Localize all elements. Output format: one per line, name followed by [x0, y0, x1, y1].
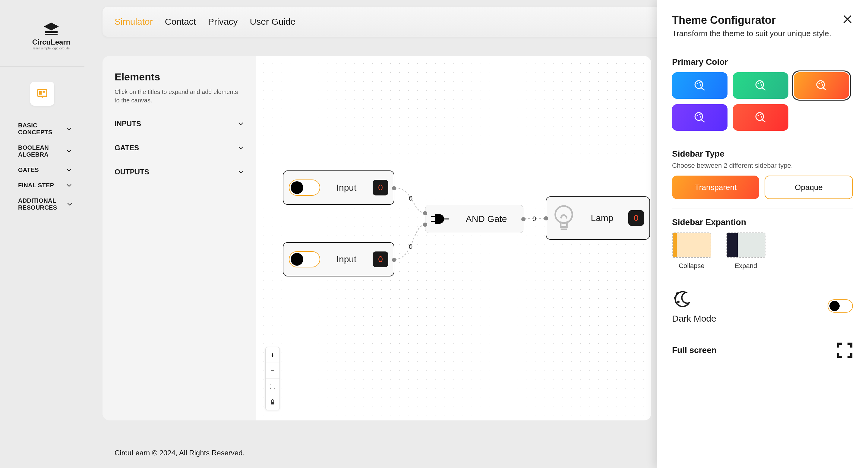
- close-icon[interactable]: [842, 14, 853, 25]
- primary-color-title: Primary Color: [672, 57, 853, 67]
- palette-icon: [755, 80, 766, 91]
- svg-point-12: [697, 83, 698, 84]
- sidebar-expansion-expand[interactable]: Expand: [726, 233, 766, 270]
- zoom-in-button[interactable]: +: [266, 347, 279, 363]
- theme-subtitle: Transform the theme to suit your unique …: [672, 28, 831, 39]
- node-value: 0: [373, 180, 388, 196]
- sidebar-item-label: ADDITIONAL RESOURCES: [18, 197, 66, 211]
- node-and-gate[interactable]: AND Gate: [425, 205, 523, 233]
- sidebar-item-label: BASIC CONCEPTS: [18, 122, 60, 136]
- sidebar-type-opaque[interactable]: Opaque: [765, 175, 853, 199]
- color-swatch-green[interactable]: [733, 72, 788, 99]
- theme-title: Theme Configurator: [672, 14, 831, 27]
- output-port[interactable]: [521, 217, 526, 221]
- fullscreen-label: Full screen: [672, 345, 717, 355]
- svg-point-23: [695, 113, 703, 120]
- svg-point-20: [818, 83, 820, 84]
- sidebar-item-basic-concepts[interactable]: BASIC CONCEPTS: [0, 118, 85, 140]
- sidebar-type-title: Sidebar Type: [672, 149, 853, 159]
- palette-icon: [816, 80, 827, 91]
- sidebar-item-gates[interactable]: GATES: [0, 162, 85, 178]
- theme-configurator-panel: Theme Configurator Transform the theme t…: [657, 0, 868, 468]
- sidebar-item-additional-resources[interactable]: ADDITIONAL RESOURCES: [0, 193, 85, 215]
- output-port[interactable]: [392, 186, 396, 190]
- accordion-label: INPUTS: [115, 120, 141, 128]
- sidebar-type-transparent[interactable]: Transparent: [672, 175, 759, 199]
- chevron-down-icon: [238, 169, 244, 175]
- svg-point-11: [695, 81, 703, 88]
- nav-privacy[interactable]: Privacy: [208, 16, 238, 27]
- svg-point-32: [675, 297, 676, 298]
- node-input-1[interactable]: Input 0: [283, 170, 394, 205]
- primary-color-options: [672, 72, 853, 131]
- node-lamp[interactable]: Lamp 0: [546, 196, 650, 240]
- canvas-controls: + −: [265, 347, 280, 410]
- node-label: AND Gate: [455, 214, 518, 224]
- palette-icon: [694, 80, 706, 91]
- output-port[interactable]: [392, 258, 396, 262]
- chevron-down-icon: [66, 201, 72, 207]
- chevron-down-icon: [66, 167, 72, 173]
- color-swatch-orange[interactable]: [794, 72, 849, 99]
- accordion-gates[interactable]: GATES: [115, 136, 244, 160]
- fit-icon: [270, 383, 276, 390]
- svg-point-24: [697, 115, 698, 116]
- sidebar-item-boolean-algebra[interactable]: BOOLEAN ALGEBRA: [0, 140, 85, 162]
- svg-rect-1: [45, 34, 58, 35]
- dark-mode-toggle[interactable]: [828, 299, 853, 312]
- chevron-down-icon: [66, 148, 72, 155]
- sidebar: BASIC CONCEPTS BOOLEAN ALGEBRA GATES FIN…: [0, 66, 85, 215]
- logo-icon: [41, 21, 62, 36]
- logo: CircuLearn learn simple logic circuits: [24, 21, 79, 50]
- svg-point-33: [678, 301, 679, 303]
- chevron-down-icon: [66, 126, 72, 132]
- circuit-canvas[interactable]: Input 0 0 Input 0 0 AND Gate 0: [256, 56, 651, 421]
- svg-point-18: [761, 84, 763, 86]
- accordion-inputs[interactable]: INPUTS: [115, 112, 244, 136]
- fullscreen-icon[interactable]: [837, 342, 853, 358]
- input-port[interactable]: [423, 211, 427, 215]
- nav-simulator[interactable]: Simulator: [115, 16, 153, 27]
- node-value: 0: [373, 252, 388, 267]
- sidebar-expansion-collapse[interactable]: Collapse: [672, 233, 711, 270]
- node-input-2[interactable]: Input 0: [283, 242, 394, 276]
- wire-value: 0: [409, 243, 412, 250]
- sidebar-simulator-tile[interactable]: [30, 81, 54, 106]
- svg-point-19: [817, 81, 824, 88]
- sidebar-item-final-step[interactable]: FINAL STEP: [0, 178, 85, 193]
- zoom-out-button[interactable]: −: [266, 363, 279, 378]
- svg-point-13: [699, 82, 701, 83]
- nav-user-guide[interactable]: User Guide: [250, 16, 296, 27]
- plus-icon: +: [271, 351, 275, 359]
- svg-point-30: [761, 116, 763, 118]
- svg-point-31: [677, 293, 678, 294]
- svg-rect-4: [43, 91, 45, 93]
- input-toggle[interactable]: [289, 251, 320, 267]
- node-label: Lamp: [582, 213, 622, 223]
- input-port[interactable]: [544, 216, 548, 221]
- svg-point-28: [758, 115, 759, 116]
- node-value: 0: [628, 210, 644, 226]
- lock-button[interactable]: [266, 394, 279, 410]
- logo-tagline: learn simple logic circuits: [24, 46, 79, 50]
- sidebar-item-label: GATES: [18, 167, 39, 173]
- svg-point-17: [760, 82, 762, 83]
- color-swatch-red[interactable]: [733, 104, 788, 131]
- svg-point-21: [821, 82, 823, 83]
- svg-rect-10: [271, 402, 274, 404]
- nav-contact[interactable]: Contact: [165, 16, 196, 27]
- svg-point-22: [822, 84, 824, 86]
- fit-view-button[interactable]: [266, 378, 279, 394]
- accordion-outputs[interactable]: OUTPUTS: [115, 160, 244, 184]
- svg-point-15: [756, 81, 764, 88]
- lamp-icon: [552, 204, 576, 232]
- input-toggle[interactable]: [289, 179, 320, 196]
- palette-icon: [694, 112, 706, 123]
- node-label: Input: [326, 182, 367, 193]
- footer-text: CircuLearn © 2024, All Rights Reserved.: [115, 449, 245, 457]
- color-swatch-blue[interactable]: [672, 72, 727, 99]
- wire-value: 0: [532, 215, 536, 223]
- and-gate-icon: [431, 213, 449, 225]
- input-port[interactable]: [423, 223, 427, 227]
- color-swatch-purple[interactable]: [672, 104, 727, 131]
